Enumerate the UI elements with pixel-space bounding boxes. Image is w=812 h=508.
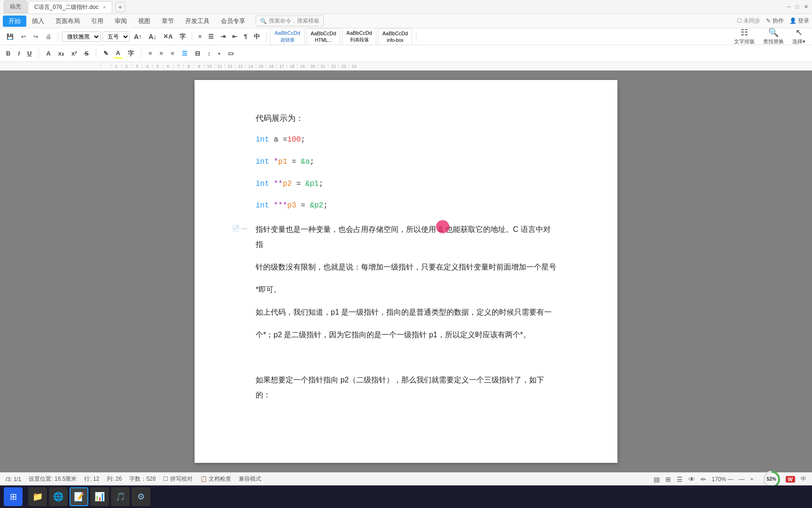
style-infobox[interactable]: AaBbCcDdinfo-box — [378, 28, 412, 45]
line-spacing-button[interactable]: ↕ — [205, 49, 213, 58]
align-center-button[interactable]: ≡ — [157, 49, 166, 58]
document-area[interactable]: 代码展示为： int a =100; int *p1 = &a; int **p… — [0, 71, 812, 472]
align-left-button[interactable]: ≡ — [146, 49, 155, 58]
tab-start[interactable]: 开始 — [3, 16, 26, 27]
spell-check-btn[interactable]: ☐ 拼写校对 — [163, 475, 192, 483]
char-spacing-button[interactable]: 字 — [177, 32, 188, 42]
zoom-out-icon[interactable]: — — [739, 476, 745, 483]
ruler-mark: 11 — [214, 64, 225, 69]
style-list[interactable]: AaBbCcDd列表段落 — [342, 28, 376, 45]
ribbon-right-actions: ☐ 未同步 ✎ 协作 👤 登录 — [737, 17, 809, 25]
view-outline-icon[interactable]: ☰ — [677, 476, 683, 483]
undo-button[interactable]: ↩ — [18, 32, 29, 41]
taskbar-music[interactable]: 🎵 — [111, 487, 130, 506]
underline-button[interactable]: U — [25, 49, 34, 58]
text-layout-button[interactable]: ☷ 文字排版 — [731, 27, 757, 46]
tab-vip[interactable]: 会员专享 — [215, 15, 251, 27]
sep2 — [192, 32, 192, 41]
ruler-mark: 2 — [121, 64, 132, 69]
align-right-button[interactable]: ≡ — [168, 49, 177, 58]
doc-inspect-btn[interactable]: 📋 文档检查 — [200, 475, 231, 483]
save-button[interactable]: 💾 — [4, 32, 16, 41]
zoom-in-icon[interactable]: + — [750, 476, 754, 483]
collaborate-btn[interactable]: ✎ 协作 — [766, 17, 783, 25]
tab-chapter[interactable]: 章节 — [156, 15, 180, 27]
clear-format-button[interactable]: ✕A — [161, 32, 175, 41]
language-indicator[interactable]: 中 — [801, 475, 806, 483]
font-decrease-button[interactable]: A↓ — [146, 32, 159, 41]
font-family-select[interactable]: 微软雅黑 — [62, 32, 101, 42]
browser-icon: 🌐 — [53, 492, 63, 502]
ribbon-search-box[interactable]: 🔍 搜索命令，搜索模板 — [256, 16, 324, 26]
title-right: ─ □ ✕ — [787, 4, 808, 10]
italic-button[interactable]: I — [16, 49, 22, 58]
tab-inactive-label: 稿壳 — [10, 3, 21, 10]
tab-add-button[interactable]: + — [115, 2, 125, 12]
pen-icon[interactable]: ✏ — [701, 476, 706, 483]
column-layout-button[interactable]: ⊟ — [193, 49, 203, 58]
view-layout-icon[interactable]: ⊞ — [665, 476, 671, 483]
style-html[interactable]: AaBbCcDdHTML... — [306, 28, 340, 45]
subscript-button[interactable]: x₂ — [56, 49, 66, 58]
start-button[interactable]: ⊞ — [4, 487, 23, 506]
taskbar-browser[interactable]: 🌐 — [49, 487, 68, 506]
highlight-color-button[interactable]: ✎ — [101, 49, 111, 58]
tab-vip-label: 会员专享 — [221, 17, 245, 24]
tab-inactive[interactable]: 稿壳 — [4, 0, 27, 13]
align-justify-button[interactable]: ☰ — [180, 49, 190, 58]
tab-insert[interactable]: 插入 — [26, 15, 50, 27]
font-color-button[interactable]: A — [44, 49, 53, 58]
select-button[interactable]: ↖ 选择▾ — [789, 27, 808, 46]
minimize-icon[interactable]: ─ — [787, 4, 790, 9]
taskbar-settings[interactable]: ⚙ — [132, 487, 150, 506]
close-icon[interactable]: × — [103, 4, 106, 10]
file-manager-icon: 📁 — [32, 492, 43, 502]
tab-review[interactable]: 审阅 — [109, 15, 133, 27]
maximize-icon[interactable]: □ — [796, 4, 799, 9]
taskbar-file-manager[interactable]: 📁 — [28, 487, 47, 506]
quick-access-toolbar: 💾 ↩ ↪ 🖨 微软雅黑 五号 A↑ A↓ ✕A 字 ≡ ☰ ⇥ ⇤ ¶ 中 A… — [0, 28, 812, 45]
redo-button[interactable]: ↪ — [31, 32, 41, 41]
taskbar-doc-editor[interactable]: 📝 — [70, 487, 88, 506]
bg-color-button[interactable]: A — [114, 48, 123, 58]
char-border-button[interactable]: 字 — [125, 48, 136, 59]
font-increase-button[interactable]: A↑ — [132, 32, 144, 41]
border-shading-button[interactable]: ▭ — [226, 49, 236, 58]
task-manager-icon: 📊 — [94, 492, 105, 502]
close-window-icon[interactable]: ✕ — [804, 4, 808, 9]
tab-dev-tools[interactable]: 开发工具 — [180, 15, 215, 27]
view-read-icon[interactable]: 👁 — [688, 476, 695, 483]
strikethrough-button[interactable]: S̶ — [82, 49, 91, 58]
taskbar-task-manager[interactable]: 📊 — [90, 487, 109, 506]
tab-page-layout[interactable]: 页面布局 — [50, 15, 86, 27]
list-unordered-button[interactable]: ≡ — [196, 32, 204, 41]
style-hyperlink[interactable]: AaBbCcDd超链接 — [270, 28, 304, 45]
tab-active[interactable]: C语言_076_二级指针.doc × — [28, 1, 112, 13]
login-btn[interactable]: 👤 登录 — [789, 17, 809, 25]
paragraph-settings-button[interactable]: ¶ — [242, 32, 250, 41]
code-rest-1: a =100; — [273, 135, 305, 144]
keyword-int-3: int — [256, 180, 269, 188]
view-normal-icon[interactable]: ▤ — [654, 476, 660, 483]
ruler-mark: 24 — [349, 64, 359, 69]
document-page: 代码展示为： int a =100; int *p1 = &a; int **p… — [195, 80, 617, 463]
paragraph-3 — [256, 350, 556, 365]
print-button[interactable]: 🖨 — [43, 32, 54, 41]
bold-button[interactable]: B — [4, 49, 13, 58]
tab-start-label: 开始 — [8, 17, 21, 24]
indent-decrease-button[interactable]: ⇤ — [230, 32, 240, 41]
bullets-button[interactable]: • — [216, 49, 223, 58]
chinese-format-button[interactable]: 中 — [251, 32, 262, 42]
list-ordered-button[interactable]: ☰ — [206, 32, 216, 41]
tab-view[interactable]: 视图 — [133, 15, 156, 27]
indent-increase-button[interactable]: ⇥ — [218, 32, 228, 41]
side-note-icon: 📄 — — [232, 225, 248, 232]
find-replace-button[interactable]: 🔍 查找替换 — [760, 27, 787, 46]
font-size-select[interactable]: 五号 — [102, 32, 130, 42]
superscript-button[interactable]: x² — [69, 49, 79, 58]
progress-text: 52% — [767, 476, 776, 482]
ruler-mark: 5 — [152, 64, 163, 69]
sep3 — [266, 32, 266, 41]
tab-references[interactable]: 引用 — [86, 15, 109, 27]
wps-icon: W — [786, 476, 795, 483]
